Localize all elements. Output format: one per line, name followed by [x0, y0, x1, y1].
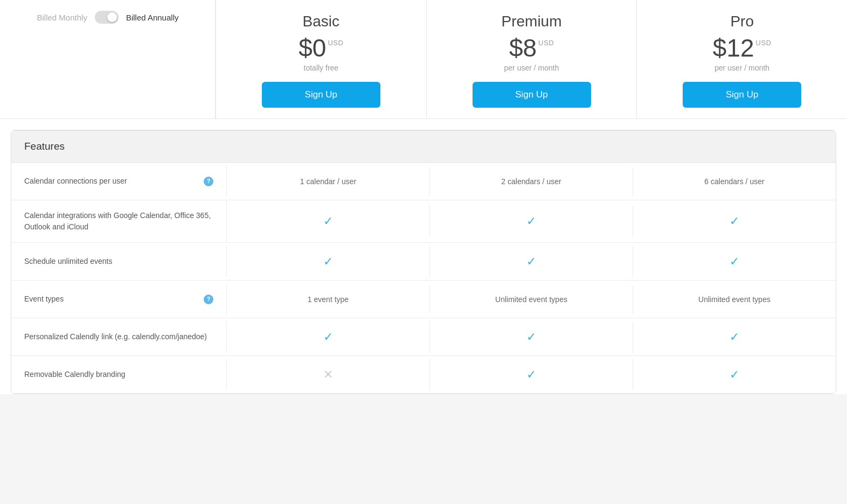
table-row: Personalized Calendly link (e.g. calendl…: [11, 318, 836, 356]
billing-toggle[interactable]: [95, 11, 119, 24]
plan-pro-name: Pro: [648, 13, 836, 30]
feature-cell-2-0: ✓: [227, 246, 430, 277]
plan-premium-price: $8: [509, 36, 537, 60]
feature-cell-4-1: ✓: [430, 321, 633, 353]
plan-basic-name: Basic: [227, 13, 415, 30]
feature-cell-5-2: ✓: [633, 359, 836, 390]
feature-label-1: Calendar integrations with Google Calend…: [11, 200, 227, 242]
billed-annually-label: Billed Annually: [126, 13, 179, 22]
feature-cell-1-1: ✓: [430, 206, 633, 237]
checkmark-icon: ✓: [526, 331, 536, 343]
features-header: Features: [11, 130, 836, 163]
table-row: Calendar connections per user?1 calendar…: [11, 163, 836, 200]
checkmark-icon: ✓: [730, 369, 739, 381]
checkmark-icon: ✓: [730, 331, 739, 343]
features-section: Features Calendar connections per user?1…: [11, 130, 836, 394]
checkmark-icon: ✓: [730, 256, 739, 268]
feature-cell-1-0: ✓: [227, 206, 430, 237]
plan-pro-currency: USD: [756, 39, 772, 47]
feature-cell-1-2: ✓: [633, 206, 836, 237]
plan-basic-subtitle: totally free: [227, 64, 415, 72]
checkmark-icon: ✓: [323, 331, 333, 343]
feature-cell-3-2: Unlimited event types: [633, 285, 836, 313]
plan-pro-subtitle: per user / month: [648, 64, 836, 72]
plan-premium-header: Premium $8 USD per user / month Sign Up: [426, 0, 637, 118]
plan-basic-signup-button[interactable]: Sign Up: [262, 82, 380, 108]
feature-rows-container: Calendar connections per user?1 calendar…: [11, 163, 836, 394]
help-icon[interactable]: ?: [204, 295, 213, 304]
plan-basic-price-row: $0 USD: [227, 36, 415, 60]
plan-premium-currency: USD: [538, 39, 554, 47]
table-row: Calendar integrations with Google Calend…: [11, 200, 836, 243]
table-row: Schedule unlimited events✓✓✓: [11, 243, 836, 281]
feature-cell-2-2: ✓: [633, 246, 836, 277]
plan-premium-signup-button[interactable]: Sign Up: [473, 82, 591, 108]
feature-cell-0-2: 6 calendars / user: [633, 167, 836, 195]
plan-premium-price-row: $8 USD: [438, 36, 626, 60]
feature-cell-0-0: 1 calendar / user: [227, 167, 430, 195]
help-icon[interactable]: ?: [204, 177, 213, 186]
plan-premium-name: Premium: [438, 13, 626, 30]
feature-label-3: Event types?: [11, 284, 227, 314]
feature-cell-5-0: ✕: [227, 359, 430, 390]
checkmark-icon: ✓: [323, 215, 333, 227]
plan-basic-price: $0: [298, 36, 326, 60]
feature-label-text: Removable Calendly branding: [24, 369, 213, 380]
checkmark-icon: ✓: [526, 215, 536, 227]
feature-cell-4-0: ✓: [227, 321, 430, 353]
checkmark-icon: ✓: [730, 215, 739, 227]
feature-label-text: Calendar integrations with Google Calend…: [24, 210, 213, 233]
feature-cell-3-0: 1 event type: [227, 285, 430, 313]
plan-basic-header: Basic $0 USD totally free Sign Up: [216, 0, 426, 118]
x-icon: ✕: [323, 369, 333, 381]
plan-pro-price: $12: [713, 36, 754, 60]
feature-label-0: Calendar connections per user?: [11, 166, 227, 197]
checkmark-icon: ✓: [526, 369, 536, 381]
feature-label-text: Calendar connections per user: [24, 176, 199, 187]
plan-pro-signup-button[interactable]: Sign Up: [683, 82, 801, 108]
feature-cell-3-1: Unlimited event types: [430, 285, 633, 313]
feature-label-5: Removable Calendly branding: [11, 359, 227, 390]
feature-label-text: Personalized Calendly link (e.g. calendl…: [24, 331, 213, 342]
plan-pro-header: Pro $12 USD per user / month Sign Up: [636, 0, 847, 118]
feature-cell-2-1: ✓: [430, 246, 633, 277]
feature-cell-4-2: ✓: [633, 321, 836, 353]
feature-label-text: Schedule unlimited events: [24, 256, 213, 267]
table-row: Event types?1 event typeUnlimited event …: [11, 281, 836, 318]
feature-label-2: Schedule unlimited events: [11, 246, 227, 277]
billed-monthly-label: Billed Monthly: [37, 13, 87, 22]
plan-basic-currency: USD: [328, 39, 343, 47]
plan-premium-subtitle: per user / month: [438, 64, 626, 72]
toggle-thumb: [107, 12, 117, 22]
feature-label-4: Personalized Calendly link (e.g. calendl…: [11, 321, 227, 352]
feature-cell-5-1: ✓: [430, 359, 633, 390]
feature-label-text: Event types: [24, 293, 199, 305]
plan-pro-price-row: $12 USD: [648, 36, 836, 60]
table-row: Removable Calendly branding✕✓✓: [11, 356, 836, 394]
feature-cell-0-1: 2 calendars / user: [430, 167, 633, 195]
checkmark-icon: ✓: [526, 256, 536, 268]
checkmark-icon: ✓: [323, 256, 333, 268]
